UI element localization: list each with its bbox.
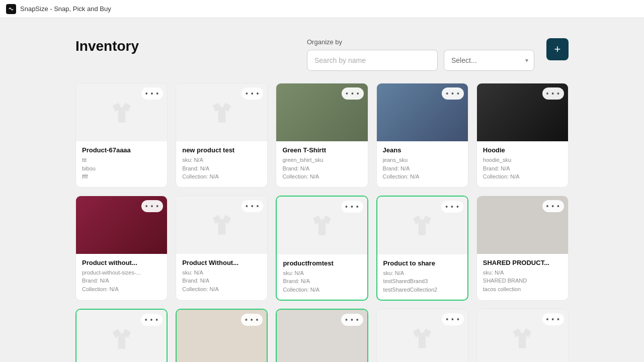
product-image-area: • • •: [176, 83, 267, 141]
product-name: Product Without...: [182, 259, 261, 266]
product-card[interactable]: • • •new product testsku: N/ABrand: N/AC…: [176, 83, 268, 188]
organize-section: Organize by Select... Brand Collection S…: [307, 38, 534, 71]
product-card[interactable]: • • •Product to sharesku: N/AtestSharedB…: [376, 196, 468, 301]
product-card[interactable]: • • •Jeansjeans_skuBrand: N/ACollection:…: [376, 83, 468, 188]
product-menu-button[interactable]: • • •: [542, 200, 564, 212]
product-card[interactable]: • • •Product without...product-without-s…: [75, 196, 168, 301]
product-menu-button[interactable]: • • •: [542, 87, 564, 100]
product-meta: sku: N/ASHARED BRANDtacos collection: [483, 268, 562, 294]
product-name: Product to share: [383, 259, 461, 267]
product-menu-button[interactable]: • • •: [141, 200, 163, 212]
app-title: SnapSize - Snap, Pick and Buy: [20, 5, 111, 13]
product-image-area: • • •: [377, 309, 468, 362]
product-card[interactable]: • • •Product...sku: N/ABrand: N/ACollect…: [75, 309, 168, 362]
organize-select[interactable]: Select... Brand Collection SKU: [444, 50, 534, 71]
product-name: Hoodie: [483, 146, 562, 154]
product-meta: sku: N/AtestSharedBrand3testSharedCollec…: [383, 269, 461, 294]
product-card[interactable]: • • •SHARED...sku: N/ABrand: N/ACollecti…: [176, 309, 268, 362]
product-name: Jeans: [383, 146, 462, 154]
product-info: Product without...product-without-sizes-…: [76, 254, 167, 300]
product-meta: jeans_skuBrand: N/ACollection: N/A: [383, 156, 462, 181]
product-menu-button[interactable]: • • •: [341, 314, 363, 326]
product-image-area: • • •: [277, 310, 367, 362]
product-name: new product test: [182, 146, 261, 154]
product-menu-button[interactable]: • • •: [141, 87, 163, 100]
product-meta: sku: N/ABrand: N/ACollection: N/A: [182, 268, 261, 294]
product-card[interactable]: • • •SHARED PRODUCT...sku: N/ASHARED BRA…: [476, 196, 569, 301]
topbar: SnapSize - Snap, Pick and Buy: [0, 0, 644, 18]
product-meta: hoodie_skuBrand: N/ACollection: N/A: [483, 156, 562, 181]
product-info: Green T-Shirttgreen_tshirt_skuBrand: N/A…: [276, 141, 367, 187]
product-card[interactable]: • • •Product...sku: N/ABrand: N/ACollect…: [476, 309, 569, 362]
product-card[interactable]: • • •Product-67aaaatttbibouffff: [75, 83, 168, 188]
product-image-area: • • •: [277, 197, 367, 254]
product-meta: product-without-sizes-...Brand: N/AColle…: [82, 268, 161, 294]
product-menu-button[interactable]: • • •: [342, 87, 363, 100]
product-info: SHARED PRODUCT...sku: N/ASHARED BRANDtac…: [477, 254, 568, 300]
product-image-area: • • •: [76, 310, 167, 362]
product-image-area: • • •: [377, 197, 467, 254]
product-image-area: • • •: [276, 83, 367, 141]
product-image-area: • • •: [176, 196, 267, 254]
product-menu-button[interactable]: • • •: [242, 87, 263, 100]
product-image-area: • • •: [477, 309, 568, 362]
page-title: Inventory: [75, 38, 139, 54]
product-card[interactable]: • • •SHARED...sku: N/ABrand: N/ACollecti…: [276, 309, 368, 362]
product-info: Jeansjeans_skuBrand: N/ACollection: N/A: [377, 141, 468, 187]
product-info: Product-67aaaatttbibouffff: [76, 141, 167, 187]
product-card[interactable]: • • •Product Without...sku: N/ABrand: N/…: [176, 196, 268, 301]
product-meta: sku: N/ABrand: N/ACollection: N/A: [283, 269, 361, 294]
product-name: Green T-Shirtt: [282, 146, 361, 154]
product-grid: • • •Product-67aaaatttbibouffff• • •new …: [75, 83, 569, 362]
search-input[interactable]: [307, 50, 438, 71]
add-product-button[interactable]: +: [546, 38, 569, 60]
product-menu-button[interactable]: • • •: [141, 314, 163, 326]
header-row: Inventory Organize by Select... Brand Co…: [75, 38, 569, 71]
controls-row: Select... Brand Collection SKU ▾: [307, 50, 534, 71]
product-image-area: • • •: [477, 196, 568, 254]
main-content: Inventory Organize by Select... Brand Co…: [45, 18, 599, 362]
product-image-area: • • •: [377, 83, 468, 141]
product-info: new product testsku: N/ABrand: N/ACollec…: [176, 141, 267, 187]
product-info: productfromtestsku: N/ABrand: N/ACollect…: [277, 254, 367, 300]
product-menu-button[interactable]: • • •: [442, 313, 463, 325]
product-info: Hoodiehoodie_skuBrand: N/ACollection: N/…: [477, 141, 568, 187]
product-card[interactable]: • • •Green T-Shirttgreen_tshirt_skuBrand…: [276, 83, 368, 188]
product-meta: sku: N/ABrand: N/ACollection: N/A: [182, 156, 261, 181]
organize-label: Organize by: [307, 38, 534, 46]
product-image-area: • • •: [76, 196, 167, 254]
product-card[interactable]: • • •Product...sku: N/ABrand: N/ACollect…: [376, 309, 468, 362]
product-image-area: • • •: [76, 83, 167, 141]
product-name: productfromtest: [283, 259, 361, 267]
product-card[interactable]: • • •Hoodiehoodie_skuBrand: N/ACollectio…: [476, 83, 569, 188]
product-meta: green_tshirt_skuBrand: N/ACollection: N/…: [282, 156, 361, 181]
product-image-area: • • •: [177, 310, 267, 362]
product-menu-button[interactable]: • • •: [242, 200, 263, 212]
product-menu-button[interactable]: • • •: [241, 314, 263, 326]
app-logo: [6, 4, 16, 14]
product-info: Product Without...sku: N/ABrand: N/AColl…: [176, 254, 267, 300]
product-meta: tttbibouffff: [82, 156, 161, 181]
product-image-area: • • •: [477, 83, 568, 141]
product-menu-button[interactable]: • • •: [341, 201, 363, 213]
product-info: Product to sharesku: N/AtestSharedBrand3…: [377, 254, 467, 300]
product-menu-button[interactable]: • • •: [441, 201, 463, 213]
select-wrapper: Select... Brand Collection SKU ▾: [444, 50, 534, 71]
product-name: SHARED PRODUCT...: [483, 259, 562, 266]
product-menu-button[interactable]: • • •: [442, 87, 463, 100]
product-card[interactable]: • • •productfromtestsku: N/ABrand: N/ACo…: [276, 196, 368, 301]
product-name: Product-67aaaa: [82, 146, 161, 154]
product-name: Product without...: [82, 259, 161, 266]
product-menu-button[interactable]: • • •: [542, 313, 564, 325]
